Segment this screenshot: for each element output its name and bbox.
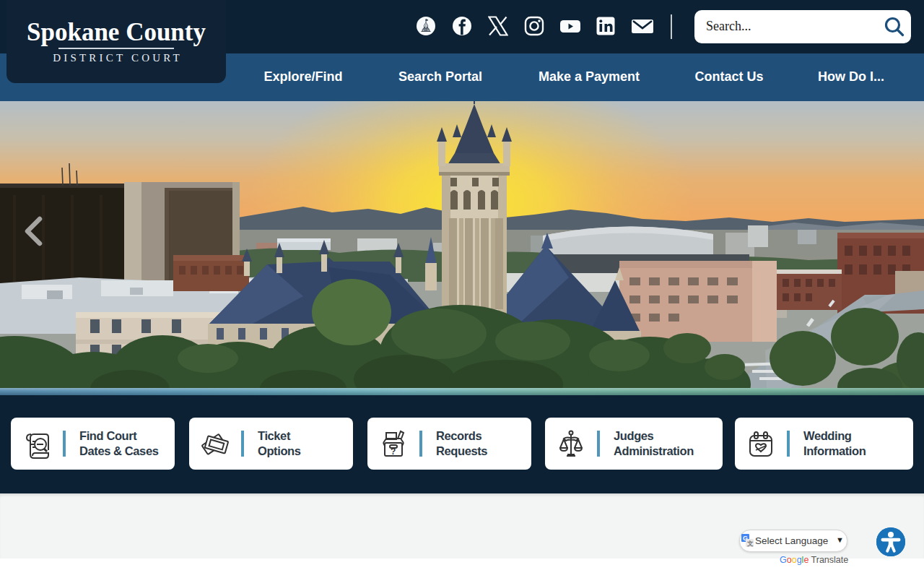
svg-text:?: ? [391,447,396,457]
svg-text:文: 文 [747,540,754,547]
